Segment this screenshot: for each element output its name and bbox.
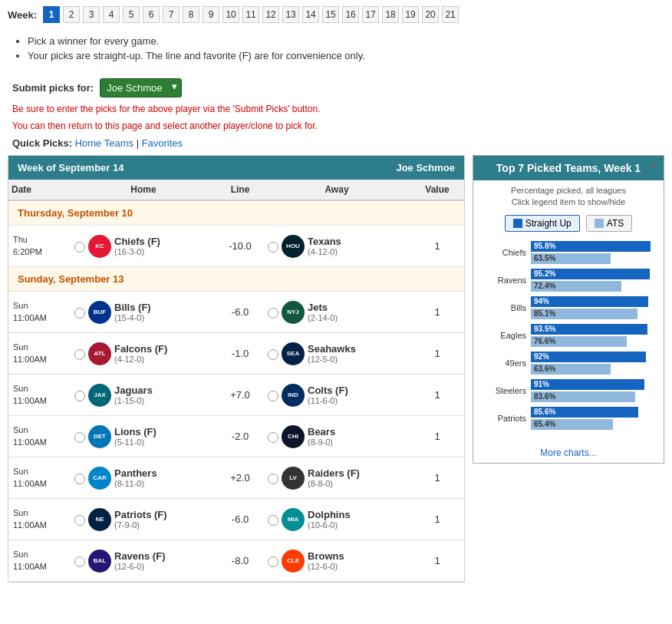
home-radio[interactable] — [74, 391, 85, 401]
away-radio[interactable] — [268, 432, 278, 443]
chart-toggle-ats[interactable]: ATS — [586, 215, 632, 232]
away-team-record: (2-14-0) — [308, 313, 338, 322]
line-cell: +2.0 — [217, 469, 263, 487]
bar-row: Bills94%85.1% — [481, 296, 656, 319]
chart-toggle-straight-up[interactable]: Straight Up — [505, 215, 580, 232]
home-team-info: Bills (F) (15-4-0) — [114, 302, 151, 322]
home-logo: BAL — [88, 550, 111, 573]
week-button-9[interactable]: 9 — [203, 6, 219, 23]
su-bar-wrap: 95.8% — [531, 241, 656, 252]
game-time: 11:00AM — [13, 478, 65, 490]
su-bar: 95.8% — [531, 241, 651, 252]
ats-bar-wrap: 63.5% — [531, 253, 656, 264]
home-team-info: Ravens (F) (12-6-0) — [114, 550, 165, 571]
away-radio[interactable] — [268, 556, 278, 567]
home-radio[interactable] — [74, 474, 85, 484]
home-radio[interactable] — [74, 308, 85, 319]
table-row: Thu6:20PM KC Chiefs (F) (16-3-0) -10.0 H… — [8, 226, 464, 267]
home-logo: NE — [88, 508, 111, 531]
week-button-10[interactable]: 10 — [222, 6, 239, 23]
home-cell: JAX Jaguars (1-15-0) — [70, 381, 217, 410]
home-radio[interactable] — [74, 432, 85, 443]
table-row: Sun11:00AM ATL Falcons (F) (4-12-0) -1.0… — [8, 333, 464, 375]
week-button-19[interactable]: 19 — [402, 6, 419, 23]
su-bar-wrap: 95.2% — [531, 269, 656, 279]
week-button-17[interactable]: 17 — [362, 6, 379, 23]
date-section-header: Thursday, September 10 — [8, 201, 464, 226]
player-select-wrap[interactable]: Joe Schmoe — [100, 78, 182, 97]
bar-label: Ravens — [481, 276, 531, 285]
away-radio[interactable] — [268, 242, 278, 253]
week-button-1[interactable]: 1 — [43, 6, 60, 23]
player-select[interactable]: Joe Schmoe — [100, 78, 182, 97]
week-button-7[interactable]: 7 — [163, 6, 180, 23]
bar-chart: Chiefs95.8%63.5%Ravens95.2%72.4%Bills94%… — [473, 236, 664, 442]
week-button-16[interactable]: 16 — [342, 6, 359, 23]
away-radio[interactable] — [268, 474, 278, 484]
away-radio[interactable] — [268, 349, 278, 360]
home-logo: ATL — [88, 342, 111, 365]
game-time: 11:00AM — [13, 395, 65, 407]
away-logo: MIA — [282, 508, 305, 531]
away-team-name: Dolphins — [308, 509, 351, 520]
more-charts-link[interactable]: More charts... — [540, 447, 596, 458]
week-button-15[interactable]: 15 — [322, 6, 339, 23]
chart-close-icon[interactable]: ✕ — [650, 159, 659, 171]
home-cell: ATL Falcons (F) (4-12-0) — [70, 339, 217, 368]
home-radio[interactable] — [74, 556, 85, 567]
home-radio[interactable] — [74, 515, 85, 526]
col-header-value: Value — [410, 180, 464, 200]
away-team-record: (8-9-0) — [308, 437, 335, 447]
bars-container: 85.6%65.4% — [531, 407, 656, 430]
away-logo: CLE — [282, 550, 305, 573]
game-day: Thu — [13, 234, 65, 246]
home-radio[interactable] — [74, 242, 85, 253]
date-cell: Sun11:00AM — [8, 504, 70, 534]
quick-picks-link-1[interactable]: Favorites — [142, 137, 183, 149]
week-button-2[interactable]: 2 — [63, 6, 80, 23]
week-button-14[interactable]: 14 — [302, 6, 319, 23]
su-pct: 92% — [532, 352, 549, 361]
week-button-8[interactable]: 8 — [183, 6, 199, 23]
away-team-name: Texans — [308, 236, 341, 247]
home-team-record: (5-11-0) — [114, 437, 156, 447]
away-radio[interactable] — [268, 391, 278, 401]
ats-bar: 65.4% — [531, 419, 613, 430]
week-button-12[interactable]: 12 — [262, 6, 279, 23]
su-bar-wrap: 94% — [531, 296, 656, 307]
submit-picks-label: Submit picks for: — [12, 82, 94, 94]
week-button-3[interactable]: 3 — [83, 6, 100, 23]
away-team-name: Colts (F) — [308, 385, 348, 396]
quick-picks-link-0[interactable]: Home Teams — [75, 137, 133, 149]
week-button-5[interactable]: 5 — [123, 6, 140, 23]
home-team-record: (8-11-0) — [114, 479, 157, 488]
ats-bar: 76.6% — [531, 336, 627, 347]
away-cell: CLE Browns (12-6-0) — [263, 546, 410, 576]
week-button-4[interactable]: 4 — [103, 6, 120, 23]
away-team-info: Dolphins (10-6-0) — [308, 509, 351, 530]
ats-bar: 72.4% — [531, 281, 621, 292]
table-row: Sun11:00AM CAR Panthers (8-11-0) +2.0 LV… — [8, 457, 464, 499]
ats-pct: 76.6% — [532, 337, 555, 345]
week-button-20[interactable]: 20 — [422, 6, 439, 23]
away-team-record: (4-12-0) — [308, 247, 341, 256]
week-button-6[interactable]: 6 — [143, 6, 160, 23]
week-button-11[interactable]: 11 — [242, 6, 259, 23]
ats-bar: 63.6% — [531, 364, 611, 375]
away-team-info: Texans (4-12-0) — [308, 236, 341, 256]
game-time: 11:00AM — [13, 520, 65, 531]
away-radio[interactable] — [268, 515, 278, 526]
ats-bar-wrap: 65.4% — [531, 419, 656, 430]
su-pct: 94% — [532, 297, 549, 305]
away-team-name: Seahawks — [308, 343, 356, 355]
su-bar: 95.2% — [531, 269, 650, 279]
week-button-18[interactable]: 18 — [382, 6, 399, 23]
week-button-21[interactable]: 21 — [442, 6, 459, 23]
week-button-13[interactable]: 13 — [282, 6, 299, 23]
su-bar-wrap: 85.6% — [531, 407, 656, 418]
bar-label: Steelers — [481, 386, 531, 395]
home-cell: NE Patriots (F) (7-9-0) — [70, 505, 217, 534]
away-radio[interactable] — [268, 308, 278, 319]
home-radio[interactable] — [74, 349, 85, 360]
away-logo: HOU — [282, 235, 305, 258]
